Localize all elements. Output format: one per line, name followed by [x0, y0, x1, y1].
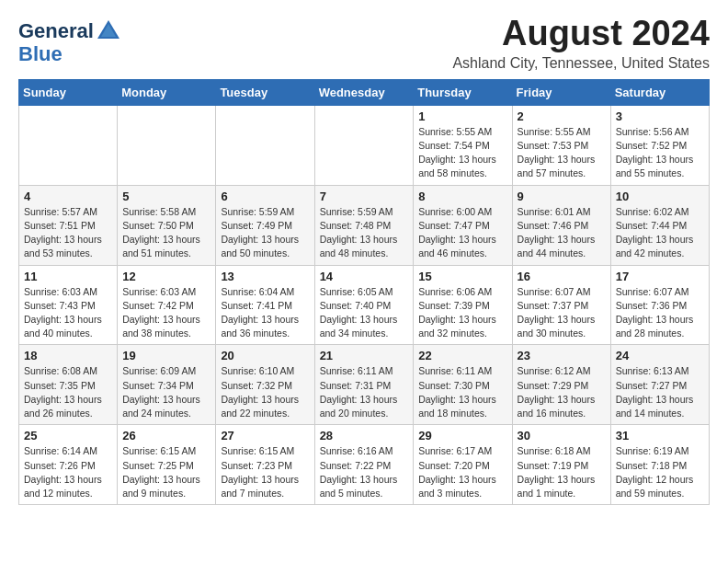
day-number: 7 [320, 190, 409, 203]
calendar-cell: 14Sunrise: 6:05 AMSunset: 7:40 PMDayligh… [314, 265, 414, 345]
logo-blue: Blue [18, 42, 63, 65]
calendar-cell: 21Sunrise: 6:11 AMSunset: 7:31 PMDayligh… [314, 345, 414, 425]
day-info: Sunrise: 6:03 AMSunset: 7:42 PMDaylight:… [122, 285, 210, 341]
day-number: 18 [24, 349, 112, 362]
calendar-week-row: 18Sunrise: 6:08 AMSunset: 7:35 PMDayligh… [19, 345, 710, 425]
day-info: Sunrise: 5:56 AMSunset: 7:52 PMDaylight:… [616, 125, 704, 181]
day-info: Sunrise: 6:01 AMSunset: 7:46 PMDaylight:… [518, 205, 606, 261]
calendar-cell: 19Sunrise: 6:09 AMSunset: 7:34 PMDayligh… [118, 345, 216, 425]
day-info: Sunrise: 6:02 AMSunset: 7:44 PMDaylight:… [616, 205, 704, 261]
day-number: 15 [418, 270, 506, 283]
calendar-cell: 15Sunrise: 6:06 AMSunset: 7:39 PMDayligh… [414, 265, 512, 345]
day-info: Sunrise: 6:04 AMSunset: 7:41 PMDaylight:… [221, 285, 309, 341]
day-number: 4 [24, 190, 112, 203]
calendar-table: SundayMondayTuesdayWednesdayThursdayFrid… [18, 79, 710, 505]
logo: General Blue [18, 18, 121, 64]
weekday-header: Sunday [19, 79, 118, 105]
weekday-header: Friday [512, 79, 610, 105]
day-number: 1 [418, 109, 506, 123]
calendar-cell: 2Sunrise: 5:55 AMSunset: 7:53 PMDaylight… [512, 105, 610, 185]
day-info: Sunrise: 6:07 AMSunset: 7:37 PMDaylight:… [518, 285, 606, 341]
weekday-header-row: SundayMondayTuesdayWednesdayThursdayFrid… [19, 79, 710, 105]
day-info: Sunrise: 6:15 AMSunset: 7:25 PMDaylight:… [122, 444, 210, 500]
calendar-cell: 26Sunrise: 6:15 AMSunset: 7:25 PMDayligh… [118, 425, 216, 505]
day-number: 16 [518, 270, 606, 283]
calendar-cell: 25Sunrise: 6:14 AMSunset: 7:26 PMDayligh… [19, 425, 118, 505]
day-number: 22 [418, 349, 506, 362]
calendar-cell: 12Sunrise: 6:03 AMSunset: 7:42 PMDayligh… [118, 265, 216, 345]
logo-icon [96, 18, 121, 44]
day-info: Sunrise: 6:14 AMSunset: 7:26 PMDaylight:… [24, 444, 112, 500]
calendar-cell: 3Sunrise: 5:56 AMSunset: 7:52 PMDaylight… [610, 105, 709, 185]
day-number: 3 [616, 109, 704, 123]
weekday-header: Tuesday [216, 79, 314, 105]
day-number: 5 [122, 190, 210, 203]
day-number: 31 [616, 429, 704, 442]
day-info: Sunrise: 5:57 AMSunset: 7:51 PMDaylight:… [24, 205, 112, 261]
day-number: 14 [320, 270, 409, 283]
day-number: 24 [616, 349, 704, 362]
calendar-cell: 30Sunrise: 6:18 AMSunset: 7:19 PMDayligh… [512, 425, 610, 505]
day-info: Sunrise: 6:11 AMSunset: 7:30 PMDaylight:… [418, 364, 506, 420]
day-info: Sunrise: 6:11 AMSunset: 7:31 PMDaylight:… [320, 364, 409, 420]
day-number: 8 [418, 190, 506, 203]
day-info: Sunrise: 6:13 AMSunset: 7:27 PMDaylight:… [616, 364, 704, 420]
day-number: 10 [616, 190, 704, 203]
page-header: General Blue August 2024 Ashland City, T… [18, 15, 710, 72]
location-subtitle: Ashland City, Tennessee, United States [452, 55, 710, 72]
day-info: Sunrise: 6:19 AMSunset: 7:18 PMDaylight:… [616, 444, 704, 500]
day-number: 2 [518, 109, 606, 123]
day-number: 29 [418, 429, 506, 442]
calendar-cell: 28Sunrise: 6:16 AMSunset: 7:22 PMDayligh… [314, 425, 414, 505]
calendar-cell [118, 105, 216, 185]
calendar-cell: 8Sunrise: 6:00 AMSunset: 7:47 PMDaylight… [414, 185, 512, 265]
calendar-cell: 24Sunrise: 6:13 AMSunset: 7:27 PMDayligh… [610, 345, 709, 425]
day-number: 23 [518, 349, 606, 362]
calendar-cell: 4Sunrise: 5:57 AMSunset: 7:51 PMDaylight… [19, 185, 118, 265]
day-info: Sunrise: 6:10 AMSunset: 7:32 PMDaylight:… [221, 364, 309, 420]
title-area: August 2024 Ashland City, Tennessee, Uni… [452, 15, 710, 72]
calendar-cell: 9Sunrise: 6:01 AMSunset: 7:46 PMDaylight… [512, 185, 610, 265]
weekday-header: Thursday [414, 79, 512, 105]
day-info: Sunrise: 6:12 AMSunset: 7:29 PMDaylight:… [518, 364, 606, 420]
calendar-cell: 27Sunrise: 6:15 AMSunset: 7:23 PMDayligh… [216, 425, 314, 505]
weekday-header: Wednesday [314, 79, 414, 105]
calendar-cell: 17Sunrise: 6:07 AMSunset: 7:36 PMDayligh… [610, 265, 709, 345]
calendar-week-row: 11Sunrise: 6:03 AMSunset: 7:43 PMDayligh… [19, 265, 710, 345]
calendar-cell: 18Sunrise: 6:08 AMSunset: 7:35 PMDayligh… [19, 345, 118, 425]
calendar-cell: 23Sunrise: 6:12 AMSunset: 7:29 PMDayligh… [512, 345, 610, 425]
day-info: Sunrise: 6:17 AMSunset: 7:20 PMDaylight:… [418, 444, 506, 500]
day-info: Sunrise: 5:59 AMSunset: 7:48 PMDaylight:… [320, 205, 409, 261]
calendar-cell: 7Sunrise: 5:59 AMSunset: 7:48 PMDaylight… [314, 185, 414, 265]
calendar-cell: 29Sunrise: 6:17 AMSunset: 7:20 PMDayligh… [414, 425, 512, 505]
month-year-title: August 2024 [452, 15, 710, 53]
day-info: Sunrise: 6:07 AMSunset: 7:36 PMDaylight:… [616, 285, 704, 341]
day-number: 26 [122, 429, 210, 442]
day-number: 30 [518, 429, 606, 442]
calendar-week-row: 4Sunrise: 5:57 AMSunset: 7:51 PMDaylight… [19, 185, 710, 265]
weekday-header: Saturday [610, 79, 709, 105]
day-info: Sunrise: 5:55 AMSunset: 7:54 PMDaylight:… [418, 125, 506, 181]
day-info: Sunrise: 6:16 AMSunset: 7:22 PMDaylight:… [320, 444, 409, 500]
calendar-cell [314, 105, 414, 185]
calendar-week-row: 25Sunrise: 6:14 AMSunset: 7:26 PMDayligh… [19, 425, 710, 505]
day-info: Sunrise: 6:03 AMSunset: 7:43 PMDaylight:… [24, 285, 112, 341]
day-number: 21 [320, 349, 409, 362]
day-info: Sunrise: 5:55 AMSunset: 7:53 PMDaylight:… [518, 125, 606, 181]
weekday-header: Monday [118, 79, 216, 105]
calendar-cell: 16Sunrise: 6:07 AMSunset: 7:37 PMDayligh… [512, 265, 610, 345]
calendar-cell: 13Sunrise: 6:04 AMSunset: 7:41 PMDayligh… [216, 265, 314, 345]
calendar-cell [216, 105, 314, 185]
calendar-cell: 10Sunrise: 6:02 AMSunset: 7:44 PMDayligh… [610, 185, 709, 265]
calendar-cell: 11Sunrise: 6:03 AMSunset: 7:43 PMDayligh… [19, 265, 118, 345]
day-info: Sunrise: 6:08 AMSunset: 7:35 PMDaylight:… [24, 364, 112, 420]
calendar-cell [19, 105, 118, 185]
day-info: Sunrise: 6:15 AMSunset: 7:23 PMDaylight:… [221, 444, 309, 500]
calendar-cell: 22Sunrise: 6:11 AMSunset: 7:30 PMDayligh… [414, 345, 512, 425]
day-info: Sunrise: 5:58 AMSunset: 7:50 PMDaylight:… [122, 205, 210, 261]
calendar-cell: 6Sunrise: 5:59 AMSunset: 7:49 PMDaylight… [216, 185, 314, 265]
calendar-cell: 5Sunrise: 5:58 AMSunset: 7:50 PMDaylight… [118, 185, 216, 265]
day-info: Sunrise: 6:06 AMSunset: 7:39 PMDaylight:… [418, 285, 506, 341]
day-info: Sunrise: 6:09 AMSunset: 7:34 PMDaylight:… [122, 364, 210, 420]
calendar-cell: 1Sunrise: 5:55 AMSunset: 7:54 PMDaylight… [414, 105, 512, 185]
